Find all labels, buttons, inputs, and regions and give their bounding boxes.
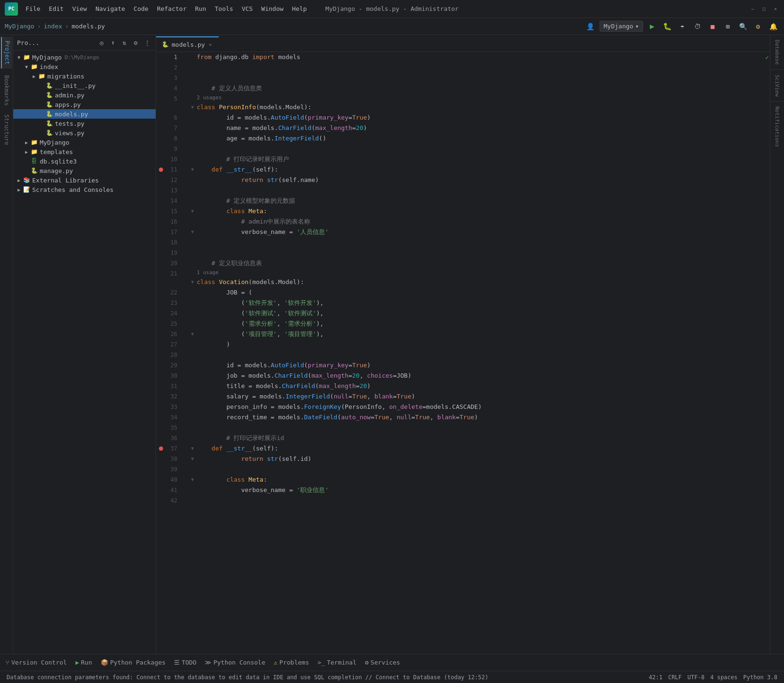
tree-item-templates[interactable]: ▶ 📁 templates	[13, 147, 156, 156]
status-line-col[interactable]: 42:1	[646, 672, 665, 683]
structure-panel-tab[interactable]: Structure	[1, 111, 12, 149]
close-button[interactable]: ✕	[772, 5, 779, 13]
fold-38[interactable]: ▼	[188, 454, 197, 464]
line-content-16: # admin中展示的表名称	[197, 216, 310, 227]
gutter-29: 29	[156, 360, 182, 371]
code-line-27: )	[184, 339, 763, 350]
menu-navigate[interactable]: Navigate	[92, 3, 129, 14]
sidebar-sort-icon[interactable]: ⇅	[120, 38, 129, 47]
status-encoding[interactable]: UTF-8	[685, 672, 707, 683]
fold-15[interactable]: ▼	[188, 206, 197, 216]
ext-libs-icon: 📚	[23, 176, 30, 184]
tree-item-apps[interactable]: ▶ 🐍 apps.py	[13, 100, 156, 109]
menu-file[interactable]: File	[22, 3, 44, 14]
fold-40[interactable]: ▼	[188, 475, 197, 485]
version-control-label: Version Control	[11, 659, 67, 666]
fold-5[interactable]: ▼	[188, 102, 197, 112]
services-label: Services	[371, 659, 401, 666]
run-button[interactable]: ▶	[646, 20, 658, 33]
menu-code[interactable]: Code	[130, 3, 152, 14]
fold-11[interactable]: ▼	[188, 164, 197, 175]
fold-19	[188, 248, 197, 258]
line-content-30: job = models.CharField(max_length=20, ch…	[197, 371, 411, 381]
fold-7	[188, 123, 197, 133]
code-editor[interactable]: 1 2 3 4 5 6 7 8 9 10	[156, 52, 770, 654]
sidebar-locate-icon[interactable]: ◎	[97, 38, 106, 47]
sidebar-collapse-icon[interactable]: ⬆	[108, 38, 118, 47]
line-content-20: # 定义职业信息表	[197, 258, 262, 268]
menu-window[interactable]: Window	[258, 3, 287, 14]
services-button[interactable]: ⚙ Services	[361, 657, 404, 667]
tree-item-scratches[interactable]: ▶ 📝 Scratches and Consoles	[13, 185, 156, 194]
menu-vcs[interactable]: VCS	[238, 3, 256, 14]
settings-button[interactable]: ⚙	[752, 20, 764, 33]
coverage-button[interactable]: ☂	[676, 20, 688, 33]
status-indent[interactable]: 4 spaces	[707, 672, 740, 683]
translate-button[interactable]: ⊞	[722, 20, 734, 33]
gutter-11: 11	[156, 164, 182, 175]
tree-item-mydjango-pkg[interactable]: ▶ 📁 MyDjango	[13, 138, 156, 147]
maximize-button[interactable]: □	[760, 5, 768, 13]
gutter-37: 37	[156, 443, 182, 454]
terminal-button[interactable]: >_ Terminal	[314, 657, 360, 667]
profile-button[interactable]: 👤	[584, 20, 597, 33]
project-panel-tab[interactable]: Project	[1, 37, 12, 69]
status-crlf[interactable]: CRLF	[665, 672, 685, 683]
fold-21[interactable]: ▼	[188, 277, 197, 287]
sidebar-more-icon[interactable]: ⋮	[142, 38, 152, 47]
problems-button[interactable]: ⚠ Problems	[270, 657, 313, 667]
menu-run[interactable]: Run	[192, 3, 210, 14]
todo-button[interactable]: ☰ TODO	[170, 657, 200, 667]
arrow-mydjango: ▼	[15, 55, 23, 60]
status-lang[interactable]: Python 3.8	[740, 672, 780, 683]
run-panel-button[interactable]: ▶ Run	[71, 657, 96, 667]
tree-item-views[interactable]: ▶ 🐍 views.py	[13, 128, 156, 138]
navigation-bar: MyDjango › index › models.py 👤 MyDjango …	[0, 18, 784, 35]
python-console-button[interactable]: ≫ Python Console	[201, 657, 269, 667]
tree-label-models: models.py	[55, 111, 88, 118]
database-panel-tab[interactable]: Database	[771, 37, 784, 68]
search-everywhere[interactable]: 🔍	[737, 20, 749, 33]
code-scroll-area[interactable]: 1 2 3 4 5 6 7 8 9 10	[156, 52, 763, 654]
gutter-7: 7	[156, 123, 182, 133]
notifications-panel-tab[interactable]: Notifications	[771, 104, 784, 150]
branch-button[interactable]: MyDjango ▾	[600, 21, 643, 32]
nav-project[interactable]: MyDjango	[5, 23, 35, 30]
menu-tools[interactable]: Tools	[211, 3, 237, 14]
fold-17[interactable]: ▼	[188, 227, 197, 237]
fold-37[interactable]: ▼	[188, 443, 197, 454]
bookmarks-panel-tab[interactable]: Bookmarks	[1, 71, 12, 110]
tree-item-ext-libs[interactable]: ▶ 📚 External Libraries	[13, 175, 156, 185]
nav-index[interactable]: index	[44, 23, 62, 30]
tree-item-admin[interactable]: ▶ 🐍 admin.py	[13, 90, 156, 100]
sciview-panel-tab[interactable]: SciView	[771, 72, 784, 99]
tab-models-py[interactable]: 🐍 models.py ✕	[156, 36, 219, 52]
menu-help[interactable]: Help	[288, 3, 311, 14]
branch-chevron: ▾	[635, 23, 639, 30]
menu-edit[interactable]: Edit	[45, 3, 67, 14]
notifications-button[interactable]: 🔔	[767, 20, 779, 33]
tab-close-button[interactable]: ✕	[208, 41, 213, 48]
tree-item-init[interactable]: ▶ 🐍 __init__.py	[13, 81, 156, 90]
debug-button[interactable]: 🐛	[661, 20, 673, 33]
fold-26[interactable]: ▼	[188, 329, 197, 339]
profile-run-button[interactable]: ⏱	[691, 20, 704, 33]
tree-item-db[interactable]: ▶ 🗄 db.sqlite3	[13, 156, 156, 166]
sidebar-filter-icon[interactable]: ⚙	[131, 38, 140, 47]
tree-item-manage[interactable]: ▶ 🐍 manage.py	[13, 166, 156, 175]
version-control-button[interactable]: ⑂ Version Control	[2, 657, 70, 667]
code-line-23: ('软件开发', '软件开发'),	[184, 298, 763, 308]
tree-item-migrations[interactable]: ▶ 📁 migrations	[13, 71, 156, 81]
code-line-22: JOB = (	[184, 287, 763, 298]
python-packages-button[interactable]: 📦 Python Packages	[97, 657, 169, 667]
tree-item-models[interactable]: ▶ 🐍 models.py	[13, 109, 156, 119]
menu-view[interactable]: View	[69, 3, 91, 14]
tree-item-tests[interactable]: ▶ 🐍 tests.py	[13, 119, 156, 128]
code-line-9	[184, 144, 763, 154]
tree-item-mydjango[interactable]: ▼ 📁 MyDjango D:\MyDjango	[13, 52, 156, 62]
tree-item-index[interactable]: ▼ 📁 index	[13, 62, 156, 71]
status-message[interactable]: Database connection parameters found: Co…	[4, 672, 644, 683]
minimize-button[interactable]: —	[749, 5, 757, 13]
menu-refactor[interactable]: Refactor	[153, 3, 191, 14]
stop-button[interactable]: ■	[706, 20, 719, 33]
